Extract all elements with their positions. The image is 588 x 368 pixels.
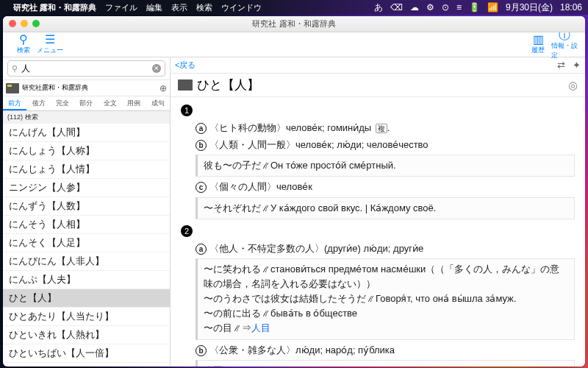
expand-icon[interactable]: ✦ [573, 60, 581, 71]
battery-icon[interactable]: 🔋 [469, 2, 480, 13]
history-button[interactable]: ▥履歴 [525, 34, 551, 55]
subsense-b: b [196, 140, 207, 151]
dictionary-selector[interactable]: 研究社露和・和露辞典 ⊕ [3, 80, 170, 96]
menu-button[interactable]: ☰メニュー [37, 34, 63, 55]
cloud-icon[interactable]: ☁︎ [410, 2, 419, 13]
definition-body[interactable]: 1 a〈ヒト科の動物〉челове́к; гомини́ды 複. b〈人類・人… [171, 97, 585, 367]
close-window-button[interactable] [9, 20, 16, 27]
settings-icon[interactable]: ⚙︎ [426, 2, 434, 13]
status-icon[interactable]: ⌫ [390, 2, 403, 13]
result-item[interactable]: ニンジン【人参】 [3, 179, 170, 197]
zoom-window-button[interactable] [32, 20, 40, 27]
toolbar: ⚲検索 ☰メニュー ▥履歴 ⓘ情報・設定 [3, 32, 585, 57]
subsense-b: b [196, 345, 207, 356]
add-dictionary-button[interactable]: ⊕ [159, 83, 167, 93]
menu-view[interactable]: 表示 [171, 2, 187, 13]
status-icon-2[interactable]: ⊙ [442, 2, 449, 13]
info-button[interactable]: ⓘ情報・設定 [551, 29, 578, 60]
book-icon [178, 79, 193, 91]
example-block: 〜に笑われる⫽станови́ться предме́том насме́шки… [196, 258, 575, 340]
match-tab-6[interactable]: 成句 [146, 96, 170, 110]
search-icon: ⚲ [19, 34, 28, 46]
menu-search[interactable]: 検索 [196, 2, 212, 13]
match-tab-4[interactable]: 全文 [98, 96, 122, 110]
result-item[interactable]: ひとあたり【人当たり】 [3, 308, 170, 326]
match-tab-0[interactable]: 前方 [3, 96, 26, 110]
match-tab-3[interactable]: 部分 [74, 96, 98, 110]
result-item[interactable]: にんぴにん【人非人】 [3, 252, 170, 271]
result-item[interactable]: にんげん【人間】 [3, 124, 170, 142]
example: 彼も〜の子だ⫽Он то́же просто́й сме́ртный. [196, 155, 575, 177]
clock[interactable]: 18:06 [560, 2, 582, 13]
result-item[interactable]: ひとがき【人垣】 [3, 363, 170, 367]
match-tab-1[interactable]: 後方 [26, 96, 50, 110]
dictionary-name: 研究社露和・和露辞典 [22, 83, 88, 93]
result-item[interactable]: ひといちばい【人一倍】 [3, 344, 170, 363]
window-titlebar: 研究社 露和・和露辞典 [3, 16, 585, 32]
entry-toolbar: <戻る ⇄ ✦ [171, 57, 585, 74]
menu-file[interactable]: ファイル [105, 2, 137, 13]
result-item[interactable]: にんじょう【人情】 [3, 160, 170, 179]
date[interactable]: 9月30日(金) [506, 1, 553, 14]
wifi-icon[interactable]: 📶 [487, 2, 498, 13]
entry-pane: <戻る ⇄ ✦ ひと【人】 ◎ 1 a〈ヒト科の動物〉челове́к; гом… [171, 57, 585, 367]
subsense-c: c [196, 182, 207, 193]
search-box: ⚲ ✕ [3, 57, 170, 80]
entry-header: ひと【人】 ◎ [171, 74, 585, 97]
macos-menubar: 研究社 露和・和露辞典 ファイル 編集 表示 検索 ウインドウ あ ⌫ ☁︎ ⚙… [0, 0, 588, 15]
cross-ref-link[interactable]: 人目 [251, 322, 270, 333]
history-icon: ▥ [533, 34, 544, 46]
window-title: 研究社 露和・和露辞典 [252, 18, 335, 29]
example-block: 公園にたくさん〜がいる⫽В па́рке мно́го ┌наро́ду [лю… [196, 360, 575, 367]
result-item[interactable]: にんそく【人足】 [3, 234, 170, 252]
headword: ひと【人】 [197, 77, 259, 93]
audio-icon[interactable]: ◎ [568, 79, 578, 92]
result-item[interactable]: ひと【人】 [3, 289, 170, 308]
match-tab-2[interactable]: 完全 [51, 96, 74, 110]
back-button[interactable]: <戻る [175, 60, 196, 71]
search-input[interactable] [7, 60, 165, 77]
result-count: (112) 検索 [3, 111, 170, 124]
sense-1: 1 [181, 105, 193, 116]
example: 〜それぞれだ⫽У ка́ждого свой вкус. | Ка́ждому … [196, 197, 575, 219]
result-item[interactable]: にんぷ【人夫】 [3, 271, 170, 289]
book-icon [6, 83, 19, 93]
clear-search-button[interactable]: ✕ [152, 64, 161, 73]
magnify-icon: ⚲ [12, 64, 18, 74]
app-window: 研究社 露和・和露辞典 ⚲検索 ☰メニュー ▥履歴 ⓘ情報・設定 ⚲ ✕ 研究社… [3, 16, 585, 367]
minimize-window-button[interactable] [21, 20, 28, 27]
result-list[interactable]: にんげん【人間】にんしょう【人称】にんじょう【人情】ニンジン【人参】にんずう【人… [3, 124, 170, 367]
result-item[interactable]: にんしょう【人称】 [3, 142, 170, 160]
menu-icon: ☰ [45, 34, 55, 46]
translate-icon[interactable]: ⇄ [557, 60, 565, 71]
app-name[interactable]: 研究社 露和・和露辞典 [13, 2, 96, 13]
control-center-icon[interactable]: ≡ [456, 2, 462, 13]
match-tab-5[interactable]: 用例 [122, 96, 146, 110]
result-item[interactable]: にんずう【人数】 [3, 197, 170, 216]
menu-edit[interactable]: 編集 [146, 2, 162, 13]
search-button[interactable]: ⚲検索 [10, 34, 37, 55]
tag-plural: 複 [376, 124, 387, 133]
result-item[interactable]: ひといきれ【人熱れ】 [3, 326, 170, 344]
menu-window[interactable]: ウインドウ [221, 2, 262, 13]
result-item[interactable]: にんそう【人相】 [3, 216, 170, 234]
ime-indicator[interactable]: あ [374, 1, 383, 14]
sidebar: ⚲ ✕ 研究社露和・和露辞典 ⊕ 前方後方完全部分全文用例成句 (112) 検索… [3, 57, 171, 367]
sense-2: 2 [181, 225, 193, 237]
match-tabs: 前方後方完全部分全文用例成句 [3, 96, 170, 111]
subsense-a: a [196, 244, 207, 255]
subsense-a: a [196, 123, 207, 134]
